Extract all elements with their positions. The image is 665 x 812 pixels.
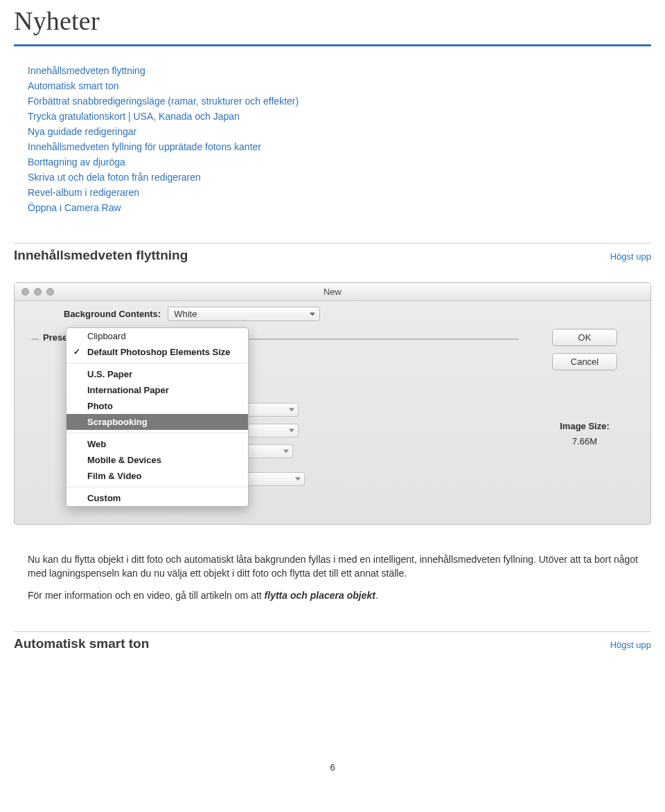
image-size-value: 7.66M (560, 434, 610, 449)
toc-link[interactable]: Automatisk smart ton (28, 78, 651, 93)
toc-link[interactable]: Borttagning av djuröga (28, 154, 651, 170)
bg-contents-select[interactable]: White (168, 307, 320, 321)
menu-item-default-size[interactable]: Default Photoshop Elements Size (66, 344, 248, 360)
section1-para2-emphasis: flytta och placera objekt (265, 590, 375, 601)
back-to-top-link[interactable]: Högst upp (610, 251, 651, 262)
section1-para2-post: . (375, 590, 378, 601)
bg-contents-row: Background Contents: White (64, 307, 320, 321)
toc-links: Innehållsmedveten flyttning Automatisk s… (28, 63, 651, 215)
image-size-label: Image Size: (560, 419, 610, 434)
page-title: Nyheter (14, 6, 651, 36)
dialog-title: New (323, 287, 342, 297)
image-size-readout: Image Size: 7.66M (560, 419, 610, 449)
window-dot (34, 288, 42, 296)
back-to-top-link[interactable]: Högst upp (610, 640, 651, 650)
window-dot (46, 288, 54, 296)
section1-para2: För mer information och en video, gå til… (28, 588, 651, 602)
section-divider (14, 631, 651, 632)
menu-item-photo[interactable]: Photo (66, 398, 248, 414)
dialog-titlebar: New (15, 283, 650, 301)
preset-dropdown-menu: Clipboard Default Photoshop Elements Siz… (66, 327, 249, 507)
toc-link[interactable]: Revel-album i redigeraren (28, 185, 651, 200)
menu-item-custom[interactable]: Custom (66, 490, 248, 506)
bg-contents-label: Background Contents: (64, 309, 161, 319)
menu-separator (66, 487, 248, 487)
section-heading: Automatisk smart ton (14, 636, 149, 651)
section-divider (14, 243, 651, 244)
bg-contents-value: White (174, 309, 197, 319)
embedded-screenshot: New Preset ers ers timeter (14, 282, 651, 525)
section1-para2-pre: För mer information och en video, gå til… (28, 590, 265, 601)
menu-item-clipboard[interactable]: Clipboard (66, 328, 248, 344)
new-dialog: New Preset ers ers timeter (14, 282, 651, 525)
toc-link[interactable]: Skriva ut och dela foton från redigerare… (28, 170, 651, 185)
menu-item-us-paper[interactable]: U.S. Paper (66, 366, 248, 382)
menu-item-web[interactable]: Web (66, 436, 248, 452)
toc-link[interactable]: Trycka gratulationskort | USA, Kanada oc… (28, 109, 651, 124)
menu-item-intl-paper[interactable]: International Paper (66, 382, 248, 398)
page-number: 6 (14, 762, 651, 773)
section-heading: Innehållsmedveten flyttning (14, 248, 188, 263)
menu-separator (66, 363, 248, 363)
chevron-down-icon (310, 312, 315, 316)
toc-link[interactable]: Öppna i Camera Raw (28, 200, 651, 215)
menu-item-film[interactable]: Film & Video (66, 468, 248, 484)
menu-item-mobile[interactable]: Mobile & Devices (66, 452, 248, 468)
window-controls (21, 288, 54, 296)
dialog-right-column: OK Cancel Image Size: 7.66M (533, 329, 637, 449)
title-rule (14, 44, 651, 46)
toc-link[interactable]: Innehållsmedveten flyttning (28, 63, 651, 78)
menu-item-scrapbooking[interactable]: Scrapbooking (66, 414, 248, 430)
toc-link[interactable]: Förbättrat snabbredigeringsläge (ramar, … (28, 93, 651, 109)
section1-para1: Nu kan du flytta objekt i ditt foto och … (28, 552, 651, 580)
toc-link[interactable]: Nya guidade redigeringar (28, 124, 651, 139)
ok-button[interactable]: OK (552, 329, 617, 346)
cancel-button[interactable]: Cancel (552, 353, 617, 370)
menu-separator (66, 433, 248, 433)
window-dot (21, 288, 29, 296)
toc-link[interactable]: Innehållsmedveten fyllning för upprätade… (28, 139, 651, 154)
